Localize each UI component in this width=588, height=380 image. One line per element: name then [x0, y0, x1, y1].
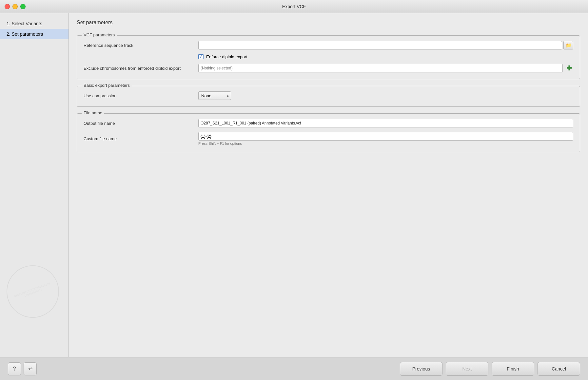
reference-track-control: 📁: [198, 41, 573, 49]
hint-text: Press Shift + F1 for options: [198, 142, 573, 145]
maximize-button[interactable]: [20, 4, 26, 9]
add-chromosome-button[interactable]: ✚: [565, 64, 573, 72]
help-icon: ?: [13, 366, 16, 372]
close-button[interactable]: [5, 4, 10, 9]
reference-track-row: Reference sequence track 📁: [84, 41, 573, 49]
enforce-diploid-row: Enforce diploid export: [84, 54, 573, 59]
help-button[interactable]: ?: [8, 362, 21, 375]
window-title: Export VCF: [282, 4, 306, 9]
filename-group-legend: File name: [82, 110, 104, 115]
plus-icon: ✚: [566, 64, 572, 72]
footer-right: Previous Next Finish Cancel: [400, 362, 580, 376]
output-filename-input[interactable]: [198, 119, 573, 127]
custom-filename-control: Press Shift + F1 for options: [198, 132, 573, 145]
output-filename-row: Output file name: [84, 119, 573, 127]
custom-filename-label: Custom file name: [84, 136, 198, 141]
vcf-group-legend: VCF parameters: [82, 32, 117, 37]
basic-export-group: Basic export parameters Use compression …: [77, 86, 580, 107]
output-filename-control: [198, 119, 573, 127]
exclude-chromosomes-row: Exclude chromosomes from enforced diploi…: [84, 64, 573, 72]
compression-control: None gzip bgzip: [198, 91, 573, 100]
exclude-chromosomes-label: Exclude chromosomes from enforced diploi…: [84, 66, 198, 71]
custom-filename-input[interactable]: [198, 132, 573, 141]
compression-label: Use compression: [84, 93, 198, 98]
reference-track-input[interactable]: [198, 41, 562, 49]
minimize-button[interactable]: [12, 4, 18, 9]
enforce-diploid-label: Enforce diploid export: [206, 54, 247, 59]
undo-icon: ↩: [28, 366, 32, 372]
exclude-chromosomes-input[interactable]: [198, 64, 563, 72]
main-layout: 1. Select Variants 2. Set parameters 010…: [0, 13, 588, 357]
enforce-diploid-checkbox[interactable]: [198, 54, 204, 59]
browse-icon: 📁: [566, 43, 571, 48]
watermark: 010011001010101001010110100101010010: [3, 246, 62, 337]
next-button[interactable]: Next: [446, 362, 488, 376]
footer-left: ? ↩: [8, 362, 37, 375]
filename-group: File name Output file name Custom file n…: [77, 113, 580, 152]
output-filename-label: Output file name: [84, 121, 198, 126]
page-title: Set parameters: [77, 20, 580, 26]
vcf-parameters-group: VCF parameters Reference sequence track …: [77, 35, 580, 79]
cancel-button[interactable]: Cancel: [538, 362, 580, 376]
reference-track-label: Reference sequence track: [84, 43, 198, 48]
title-bar: Export VCF: [0, 0, 588, 13]
compression-select-wrapper: None gzip bgzip: [198, 91, 231, 100]
compression-select[interactable]: None gzip bgzip: [198, 91, 231, 100]
content-area: Set parameters VCF parameters Reference …: [69, 13, 588, 357]
watermark-circle: 010011001010101001010110100101010010: [7, 265, 59, 318]
sidebar: 1. Select Variants 2. Set parameters 010…: [0, 13, 69, 357]
finish-button[interactable]: Finish: [492, 362, 534, 376]
custom-filename-wrapper: Press Shift + F1 for options: [198, 132, 573, 145]
custom-filename-row: Custom file name Press Shift + F1 for op…: [84, 132, 573, 145]
undo-button[interactable]: ↩: [24, 362, 37, 375]
window-controls[interactable]: [5, 4, 26, 9]
footer: ? ↩ Previous Next Finish Cancel: [0, 357, 588, 380]
exclude-chromosomes-control: ✚: [198, 64, 573, 72]
sidebar-item-select-variants[interactable]: 1. Select Variants: [0, 18, 69, 29]
sidebar-item-set-parameters[interactable]: 2. Set parameters: [0, 29, 69, 39]
compression-row: Use compression None gzip bgzip: [84, 91, 573, 100]
previous-button[interactable]: Previous: [400, 362, 442, 376]
basic-group-legend: Basic export parameters: [82, 83, 132, 88]
browse-button[interactable]: 📁: [563, 41, 573, 49]
enforce-diploid-checkbox-container[interactable]: Enforce diploid export: [198, 54, 247, 59]
